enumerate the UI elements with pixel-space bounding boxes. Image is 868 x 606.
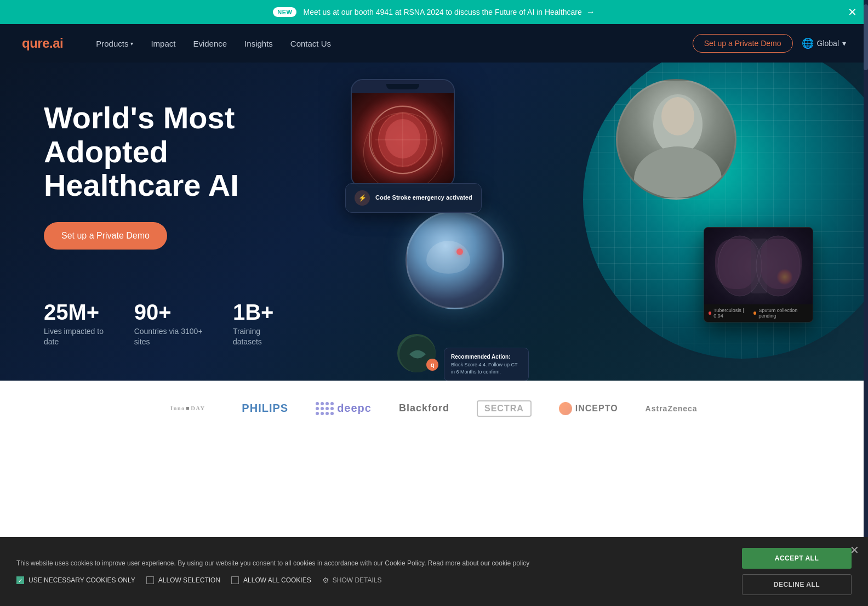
products-chevron-icon: ▾ xyxy=(130,41,133,47)
svg-text:■: ■ xyxy=(186,405,190,411)
sputum-tag: Sputum collection pending xyxy=(753,308,808,319)
new-badge: NEW xyxy=(273,7,296,17)
partners-section: Inno ■ DAY PHILIPS deepc Blackford SECTR… xyxy=(0,381,868,435)
navbar: qure.ai Products ▾ Impact Evidence Insig… xyxy=(0,24,868,63)
stat-datasets-label: Training datasets xyxy=(233,326,285,348)
recommendation-card: Recommended Action: Block Score 4.4. Fol… xyxy=(444,348,529,381)
hero-content: World's Most Adopted Healthcare AI Set u… xyxy=(0,63,318,381)
partner-incepto: INCEPTO xyxy=(559,402,618,415)
global-button[interactable]: 🌐 Global ▾ xyxy=(802,37,846,49)
qure-badge: q xyxy=(426,359,438,371)
alert-text: Code Stroke emergency activated xyxy=(375,194,472,202)
nav-actions: Set up a Private Demo 🌐 Global ▾ xyxy=(693,34,846,53)
phone-top-bar xyxy=(352,80,454,93)
doctor-image xyxy=(616,79,736,200)
nav-links: Products ▾ Impact Evidence Insights Cont… xyxy=(96,39,692,48)
heatmap-spot xyxy=(776,269,793,285)
hero-demo-button[interactable]: Set up a Private Demo xyxy=(44,222,167,250)
announcement-bar: NEW Meet us at our booth 4941 at RSNA 20… xyxy=(0,0,868,24)
svg-point-2 xyxy=(661,97,694,135)
alert-icon: ⚡ xyxy=(355,190,370,206)
stat-lives: 25M+ Lives impacted to date xyxy=(44,300,112,348)
partner-deepc: deepc xyxy=(316,402,372,415)
hero-title: World's Most Adopted Healthcare AI xyxy=(44,101,285,202)
tuberculosis-tag: Tuberculosis | 0.94 xyxy=(709,308,749,319)
announcement-close-button[interactable]: ✕ xyxy=(848,7,857,18)
scan-ring xyxy=(363,112,443,188)
announcement-arrow: → xyxy=(586,7,595,17)
nav-products[interactable]: Products ▾ xyxy=(96,39,133,48)
stat-countries: 90+ Countries via 3100+ sites xyxy=(134,300,211,348)
alert-card: ⚡ Code Stroke emergency activated xyxy=(345,183,482,213)
deepc-icon xyxy=(316,402,334,415)
sputum-dot xyxy=(753,312,756,315)
tuberculosis-dot xyxy=(709,312,711,315)
phone-notch xyxy=(386,84,419,89)
partner-philips: PHILIPS xyxy=(242,402,288,415)
svg-text:Inno: Inno xyxy=(170,405,185,411)
partner-sectra: SECTRA xyxy=(477,400,532,417)
globe-icon: 🌐 xyxy=(802,37,814,49)
brain-scan-image xyxy=(352,93,454,186)
lung-scan-circle xyxy=(406,211,504,309)
partner-blackford: Blackford xyxy=(399,403,449,414)
nav-evidence[interactable]: Evidence xyxy=(193,39,227,48)
lung-nodule xyxy=(456,248,463,255)
hero-section: World's Most Adopted Healthcare AI Set u… xyxy=(0,63,868,381)
partner-astrazeneca: AstraZeneca xyxy=(646,404,698,413)
nav-contact[interactable]: Contact Us xyxy=(290,39,331,48)
global-chevron-icon: ▾ xyxy=(842,39,846,48)
hero-stats: 25M+ Lives impacted to date 90+ Countrie… xyxy=(44,300,285,348)
stat-countries-label: Countries via 3100+ sites xyxy=(134,326,211,348)
phone-mockup xyxy=(351,79,455,188)
stat-countries-number: 90+ xyxy=(134,300,211,324)
xray-card: Tuberculosis | 0.94 Sputum collection pe… xyxy=(704,227,813,322)
scrollbar[interactable] xyxy=(864,0,868,435)
svg-text:DAY: DAY xyxy=(191,405,205,411)
announcement-text: Meet us at our booth 4941 at RSNA 2024 t… xyxy=(303,8,581,16)
partner-innofab: Inno ■ DAY xyxy=(170,399,214,417)
scrollbar-thumb[interactable] xyxy=(864,4,868,70)
xray-image xyxy=(704,228,813,304)
nav-demo-button[interactable]: Set up a Private Demo xyxy=(693,34,793,53)
nav-insights[interactable]: Insights xyxy=(244,39,273,48)
svg-rect-13 xyxy=(751,239,767,293)
incepto-icon xyxy=(559,402,572,415)
stat-lives-label: Lives impacted to date xyxy=(44,326,112,348)
xray-footer: Tuberculosis | 0.94 Sputum collection pe… xyxy=(704,304,813,322)
stat-lives-number: 25M+ xyxy=(44,300,112,324)
stat-datasets-number: 1B+ xyxy=(233,300,285,324)
svg-point-15 xyxy=(756,236,800,296)
nav-impact[interactable]: Impact xyxy=(151,39,175,48)
logo[interactable]: qure.ai xyxy=(22,36,63,51)
hero-visual: ⚡ Code Stroke emergency activated q Reco… xyxy=(318,63,868,381)
stat-datasets: 1B+ Training datasets xyxy=(233,300,285,348)
